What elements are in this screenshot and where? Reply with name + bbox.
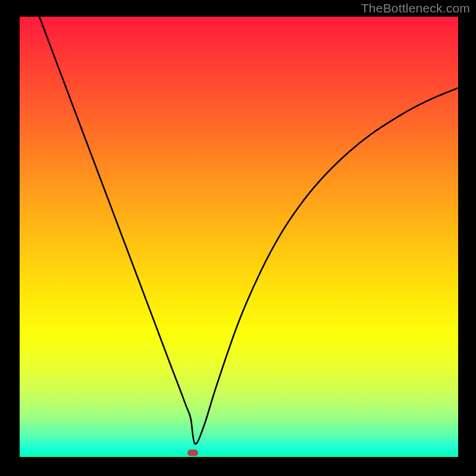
minimum-marker <box>187 449 198 456</box>
plot-area <box>20 17 458 457</box>
chart-frame: TheBottleneck.com <box>0 0 476 476</box>
watermark-text: TheBottleneck.com <box>361 1 470 15</box>
bottleneck-curve-path <box>39 17 458 444</box>
curve-svg <box>20 17 458 457</box>
